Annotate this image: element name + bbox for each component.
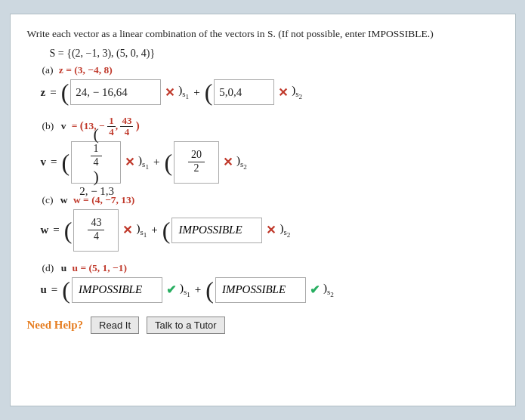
part-b-vname: v	[61, 120, 66, 131]
talk-to-tutor-button[interactable]: Talk to a Tutor	[147, 317, 225, 334]
help-row: Need Help? Read It Talk to a Tutor	[27, 317, 499, 334]
part-b-inner-rparen: )	[93, 168, 98, 185]
part-a-var: z	[41, 86, 46, 99]
part-b-frac: 1 4	[91, 143, 102, 169]
part-a-equals: =	[50, 86, 56, 99]
part-d-plus: +	[195, 283, 201, 296]
part-d-input2[interactable]: IMPOSSIBLE	[215, 277, 306, 303]
part-d: (d) u u = (5, 1, −1) u = ( IMPOSSIBLE ✔ …	[27, 262, 499, 303]
part-a-x1-icon[interactable]: ✕	[165, 85, 174, 100]
part-a-lparen1: (	[61, 80, 69, 104]
part-b-lparen2: (	[164, 150, 172, 174]
part-b: (b) v = (13, − 1 4 , 43 4 ) v = ( (	[27, 116, 499, 184]
part-c-vecdef: w = (4, −7, 13)	[73, 194, 134, 205]
part-b-s1: )s1	[138, 154, 149, 171]
instructions: Write each vector as a linear combinatio…	[27, 28, 499, 40]
part-c-vname: w	[60, 194, 68, 205]
part-a-input2[interactable]: 5,0,4	[214, 79, 274, 105]
part-b-label: (b) v = (13, − 1 4 , 43 4 )	[42, 116, 499, 138]
part-c-lparen1: (	[64, 218, 73, 242]
part-b-frac-inline: 1 4	[107, 116, 116, 138]
part-a-s2: )s2	[292, 84, 302, 100]
part-a-lparen2: (	[205, 80, 213, 104]
part-c-var: w	[41, 224, 49, 236]
part-d-label: (d) u u = (5, 1, −1)	[42, 262, 499, 274]
part-d-equation: u = ( IMPOSSIBLE ✔ )s1 + ( IMPOSSIBLE ✔ …	[41, 277, 499, 303]
part-c: (c) w w = (4, −7, 13) w = ( 43 4 ✕ )s1 +…	[27, 194, 499, 252]
set-definition: S = {(2, −1, 3), (5, 0, 4)}	[50, 48, 499, 60]
part-c-x1-icon[interactable]: ✕	[122, 223, 132, 237]
part-d-vecdef: u = (5, 1, −1)	[73, 262, 127, 273]
part-c-label: (c) w w = (4, −7, 13)	[42, 194, 499, 206]
part-a-input1[interactable]: 24, − 16,64	[70, 79, 161, 105]
part-b-input1[interactable]: ( 1 4 ) 2, − 1,3	[71, 141, 121, 184]
part-c-letter: (c)	[42, 194, 54, 205]
part-c-x2-icon[interactable]: ✕	[266, 223, 276, 237]
part-c-lparen2: (	[162, 218, 171, 242]
part-b-inner-lparen: (	[93, 126, 98, 143]
part-d-s1: )s1	[180, 282, 190, 298]
part-b-x2-icon[interactable]: ✕	[223, 155, 233, 169]
part-a-label: (a) z = (3, −4, 8)	[42, 64, 499, 76]
part-d-letter: (d)	[42, 262, 54, 273]
part-d-check1-icon[interactable]: ✔	[166, 283, 176, 297]
part-c-frac: 43 4	[88, 217, 104, 243]
part-a-s1: )s1	[178, 84, 189, 100]
part-a-letter: (a)	[42, 64, 54, 76]
part-d-lparen1: (	[62, 278, 70, 302]
part-d-s2: )s2	[323, 282, 334, 298]
part-c-equation: w = ( 43 4 ✕ )s1 + ( IMPOSSIBLE ✕ )s2	[41, 209, 499, 252]
part-b-var: v	[41, 156, 47, 168]
part-c-plus: +	[151, 224, 157, 236]
main-panel: Write each vector as a linear combinatio…	[10, 14, 516, 406]
part-d-vname: u	[61, 262, 67, 273]
need-help-label: Need Help?	[27, 319, 84, 332]
part-c-input1[interactable]: 43 4	[73, 209, 119, 252]
part-d-check2-icon[interactable]: ✔	[310, 283, 320, 297]
part-a-vecdef: z = (3, −4, 8)	[59, 64, 113, 76]
part-b-letter: (b)	[42, 120, 54, 131]
part-a-plus: +	[193, 86, 199, 99]
part-b-lparen1: (	[61, 150, 69, 174]
part-d-input1[interactable]: IMPOSSIBLE	[72, 277, 162, 303]
part-b-equals: =	[51, 156, 57, 168]
part-d-equals: =	[51, 283, 57, 296]
part-d-lparen2: (	[205, 278, 214, 302]
part-b-vecdef: = (13, − 1 4 , 43 4 )	[72, 120, 140, 131]
part-a-equation: z = ( 24, − 16,64 ✕ )s1 + ( 5,0,4 ✕ )s2	[41, 79, 499, 105]
part-b-equation: v = ( ( 1 4 ) 2, − 1,3 ✕ )s1 + ( 20 2	[41, 141, 499, 184]
part-b-frac2-inline: 43 4	[120, 116, 133, 138]
part-b-x1-icon[interactable]: ✕	[125, 155, 134, 169]
part-a: (a) z = (3, −4, 8) z = ( 24, − 16,64 ✕ )…	[27, 64, 499, 105]
read-it-button[interactable]: Read It	[91, 317, 139, 334]
part-c-s1: )s1	[136, 222, 147, 239]
part-b-input2[interactable]: 20 2	[174, 141, 219, 184]
part-d-var: u	[41, 283, 47, 296]
part-c-s2: )s2	[279, 222, 290, 239]
part-b-plus: +	[153, 156, 159, 168]
part-b-frac2: 20 2	[188, 149, 205, 175]
part-b-s2: )s2	[236, 154, 247, 171]
part-a-x2-icon[interactable]: ✕	[278, 85, 288, 100]
part-c-equals: =	[53, 224, 59, 236]
part-c-input2[interactable]: IMPOSSIBLE	[171, 218, 262, 243]
